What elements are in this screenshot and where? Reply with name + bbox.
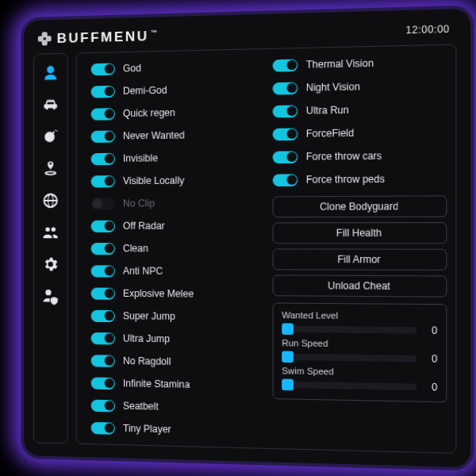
slider-value: 0 bbox=[425, 324, 437, 336]
toggle-switch[interactable] bbox=[91, 399, 115, 412]
toggle-switch[interactable] bbox=[91, 220, 115, 232]
toggle-switch[interactable] bbox=[273, 128, 298, 140]
toggle-switch[interactable] bbox=[91, 377, 115, 390]
toggle-row: Clean bbox=[91, 240, 258, 257]
toggle-label: Visible Locally bbox=[123, 175, 184, 186]
sidebar-item-protection[interactable] bbox=[40, 285, 62, 307]
toggle-switch[interactable] bbox=[91, 63, 115, 75]
toggle-knob bbox=[286, 60, 297, 71]
sliders-panel: Wanted Level0Run Speed0Swim Speed0 bbox=[273, 302, 447, 402]
toggle-knob bbox=[104, 109, 113, 118]
sidebar-item-vehicle[interactable] bbox=[40, 94, 62, 117]
toggle-row: God bbox=[91, 58, 258, 78]
toggle-label: Thermal Vision bbox=[306, 57, 374, 70]
toggle-knob bbox=[104, 423, 113, 432]
toggle-switch[interactable] bbox=[273, 105, 298, 117]
slider-row: 0 bbox=[282, 323, 437, 336]
toggle-switch[interactable] bbox=[91, 175, 115, 187]
user-icon bbox=[42, 64, 60, 83]
toggle-switch[interactable] bbox=[91, 108, 115, 121]
toggle-row: Ultra Jump bbox=[91, 330, 258, 348]
toggle-knob bbox=[104, 266, 113, 275]
brand-name: BUFFMENU™ bbox=[57, 29, 158, 47]
toggle-knob bbox=[104, 244, 113, 253]
toggle-label: Ultra Jump bbox=[123, 332, 170, 344]
toggle-knob bbox=[286, 175, 297, 184]
toggle-row: Seatbelt bbox=[91, 397, 258, 417]
sidebar-item-player[interactable] bbox=[40, 62, 62, 85]
toggle-row: Super Jump bbox=[91, 308, 258, 325]
right-column: Thermal VisionNight VisionUltra RunForce… bbox=[273, 53, 447, 444]
toggle-row: Force throw cars bbox=[273, 147, 447, 165]
toggle-row: Thermal Vision bbox=[273, 53, 447, 73]
toggle-knob bbox=[286, 106, 297, 117]
pin-icon bbox=[42, 160, 60, 178]
toggle-label: Anti NPC bbox=[123, 265, 163, 276]
action-button[interactable]: Fill Health bbox=[273, 222, 447, 244]
slider-value: 0 bbox=[425, 382, 437, 393]
sidebar-item-weapon[interactable] bbox=[40, 125, 62, 148]
action-button[interactable]: Fill Armor bbox=[273, 248, 447, 271]
slider-handle[interactable] bbox=[282, 323, 294, 335]
toggle-switch[interactable] bbox=[91, 332, 115, 344]
toggle-label: ForceField bbox=[306, 127, 354, 139]
toggle-knob bbox=[104, 378, 113, 388]
action-button[interactable]: Unload Cheat bbox=[273, 274, 447, 297]
toggle-switch[interactable] bbox=[273, 151, 298, 163]
sidebar-item-lobby[interactable] bbox=[40, 221, 62, 244]
toggle-label: Force throw cars bbox=[306, 150, 382, 162]
toggle-switch[interactable] bbox=[273, 82, 298, 94]
toggle-switch[interactable] bbox=[91, 85, 115, 98]
sidebar bbox=[33, 53, 68, 444]
toggle-switch[interactable] bbox=[273, 174, 298, 186]
action-button[interactable]: Clone Bodyguard bbox=[273, 195, 447, 217]
toggle-row: Force throw peds bbox=[273, 171, 447, 188]
toggle-knob bbox=[104, 311, 113, 321]
toggle-knob bbox=[104, 176, 113, 186]
toggle-knob bbox=[92, 199, 102, 209]
slider-track[interactable] bbox=[282, 382, 416, 390]
toggle-switch[interactable] bbox=[273, 59, 298, 71]
slider-track[interactable] bbox=[282, 325, 416, 333]
clock: 12:00:00 bbox=[405, 23, 449, 36]
toggle-label: Invisible bbox=[123, 152, 158, 164]
slider-handle[interactable] bbox=[282, 351, 294, 363]
toggle-switch[interactable] bbox=[91, 130, 115, 143]
sidebar-item-settings[interactable] bbox=[40, 253, 62, 275]
slider-handle[interactable] bbox=[282, 379, 294, 391]
toggle-label: Seatbelt bbox=[123, 400, 159, 412]
toggle-row: Explosive Melee bbox=[91, 285, 258, 302]
toggle-label: Clean bbox=[123, 243, 148, 254]
toggle-label: No Ragdoll bbox=[123, 355, 171, 367]
gear-icon bbox=[42, 255, 60, 273]
toggle-switch[interactable] bbox=[91, 265, 115, 277]
options-panel: GodDemi-GodQuick regenNever WantedInvisi… bbox=[76, 44, 457, 453]
toggle-switch[interactable] bbox=[91, 421, 115, 434]
sidebar-item-teleport[interactable] bbox=[40, 158, 62, 180]
toggle-label: No Clip bbox=[123, 198, 155, 209]
toggle-row: Infinite Stamina bbox=[91, 374, 258, 393]
toggle-switch[interactable] bbox=[91, 287, 115, 299]
sidebar-item-online[interactable] bbox=[40, 190, 62, 212]
toggle-row: Off Radar bbox=[91, 217, 258, 234]
user-shield-icon bbox=[42, 287, 60, 305]
toggle-knob bbox=[104, 64, 113, 74]
slider-track[interactable] bbox=[282, 354, 416, 363]
toggle-switch[interactable] bbox=[91, 243, 115, 255]
toggle-row: Ultra Run bbox=[273, 100, 447, 119]
toggle-knob bbox=[104, 333, 113, 343]
toggle-knob bbox=[286, 83, 297, 94]
toggle-switch[interactable] bbox=[91, 309, 115, 321]
toggle-label: Super Jump bbox=[123, 310, 175, 322]
toggle-switch[interactable] bbox=[91, 355, 115, 367]
app-window: BUFFMENU™ 12:00:00 bbox=[24, 9, 470, 468]
toggle-knob bbox=[104, 86, 113, 96]
toggle-label: Explosive Melee bbox=[123, 288, 194, 300]
slider-row: 0 bbox=[282, 379, 437, 393]
toggle-switch[interactable] bbox=[91, 152, 115, 164]
slider-label: Swim Speed bbox=[282, 366, 437, 378]
toggle-row: Quick regen bbox=[91, 103, 258, 122]
brand-logo-icon bbox=[38, 32, 52, 46]
toggle-label: Ultra Run bbox=[306, 104, 349, 116]
toggle-row: Demi-God bbox=[91, 80, 258, 99]
